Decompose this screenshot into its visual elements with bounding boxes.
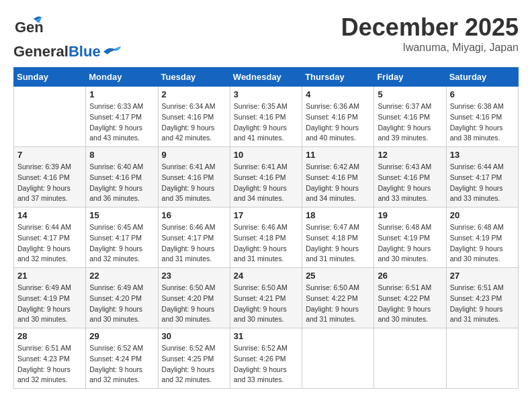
day-info: Sunrise: 6:43 AMSunset: 4:16 PMDaylight:…: [378, 162, 442, 204]
day-info: Sunrise: 6:47 AMSunset: 4:18 PMDaylight:…: [306, 222, 370, 265]
day-number: 15: [89, 210, 154, 220]
title-section: December 2025 Iwanuma, Miyagi, Japan: [341, 13, 519, 54]
calendar-cell: 1Sunrise: 6:33 AMSunset: 4:17 PMDaylight…: [86, 87, 158, 147]
weekday-header: Friday: [374, 68, 446, 87]
day-info: Sunrise: 6:44 AMSunset: 4:17 PMDaylight:…: [17, 222, 82, 265]
weekday-header: Tuesday: [158, 68, 230, 87]
calendar-cell: 14Sunrise: 6:44 AMSunset: 4:17 PMDayligh…: [14, 208, 86, 268]
day-info: Sunrise: 6:51 AMSunset: 4:22 PMDaylight:…: [378, 283, 442, 325]
day-number: 3: [234, 89, 298, 99]
logo-bird-icon: [103, 45, 124, 58]
day-number: 26: [378, 271, 442, 281]
day-info: Sunrise: 6:41 AMSunset: 4:16 PMDaylight:…: [234, 162, 298, 204]
calendar-cell: 28Sunrise: 6:51 AMSunset: 4:23 PMDayligh…: [14, 328, 86, 389]
logo-general: General: [13, 43, 69, 60]
calendar-cell: 29Sunrise: 6:52 AMSunset: 4:24 PMDayligh…: [86, 328, 158, 389]
day-info: Sunrise: 6:38 AMSunset: 4:16 PMDaylight:…: [450, 101, 515, 144]
day-number: 2: [162, 89, 226, 99]
calendar-cell: 12Sunrise: 6:43 AMSunset: 4:16 PMDayligh…: [374, 147, 446, 208]
page-header: General General Blue December 2025 Iwanu…: [13, 13, 519, 60]
day-info: Sunrise: 6:51 AMSunset: 4:23 PMDaylight:…: [450, 283, 515, 325]
calendar-cell: 3Sunrise: 6:35 AMSunset: 4:16 PMDaylight…: [230, 87, 302, 147]
day-number: 28: [17, 331, 82, 341]
weekday-header: Sunday: [14, 68, 86, 87]
calendar-week-row: 1Sunrise: 6:33 AMSunset: 4:17 PMDaylight…: [14, 87, 519, 147]
calendar-cell: 11Sunrise: 6:42 AMSunset: 4:16 PMDayligh…: [302, 147, 374, 208]
day-info: Sunrise: 6:41 AMSunset: 4:16 PMDaylight:…: [162, 162, 226, 204]
calendar-table: SundayMondayTuesdayWednesdayThursdayFrid…: [13, 67, 519, 389]
calendar-week-row: 21Sunrise: 6:49 AMSunset: 4:19 PMDayligh…: [14, 268, 519, 328]
day-number: 24: [234, 271, 298, 281]
day-info: Sunrise: 6:35 AMSunset: 4:16 PMDaylight:…: [234, 101, 298, 144]
calendar-cell: [14, 87, 86, 147]
day-info: Sunrise: 6:51 AMSunset: 4:23 PMDaylight:…: [17, 343, 82, 385]
day-info: Sunrise: 6:49 AMSunset: 4:19 PMDaylight:…: [17, 283, 82, 325]
calendar-cell: 22Sunrise: 6:49 AMSunset: 4:20 PMDayligh…: [86, 268, 158, 328]
weekday-header: Wednesday: [230, 68, 302, 87]
day-number: 23: [162, 271, 226, 281]
calendar-cell: 23Sunrise: 6:50 AMSunset: 4:20 PMDayligh…: [158, 268, 230, 328]
day-number: 18: [306, 210, 370, 220]
month-title: December 2025: [341, 13, 519, 42]
day-info: Sunrise: 6:34 AMSunset: 4:16 PMDaylight:…: [162, 101, 226, 144]
day-info: Sunrise: 6:52 AMSunset: 4:26 PMDaylight:…: [234, 343, 298, 385]
logo: General General Blue: [13, 13, 124, 60]
calendar-header-row: SundayMondayTuesdayWednesdayThursdayFrid…: [14, 68, 519, 87]
calendar-cell: 10Sunrise: 6:41 AMSunset: 4:16 PMDayligh…: [230, 147, 302, 208]
calendar-week-row: 14Sunrise: 6:44 AMSunset: 4:17 PMDayligh…: [14, 208, 519, 268]
calendar-cell: 25Sunrise: 6:50 AMSunset: 4:22 PMDayligh…: [302, 268, 374, 328]
day-info: Sunrise: 6:50 AMSunset: 4:22 PMDaylight:…: [306, 283, 370, 325]
calendar-cell: [446, 328, 518, 389]
calendar-cell: 17Sunrise: 6:46 AMSunset: 4:18 PMDayligh…: [230, 208, 302, 268]
day-number: 11: [306, 150, 370, 160]
calendar-cell: 26Sunrise: 6:51 AMSunset: 4:22 PMDayligh…: [374, 268, 446, 328]
day-number: 30: [162, 331, 226, 341]
day-number: 10: [234, 150, 298, 160]
calendar-cell: 5Sunrise: 6:37 AMSunset: 4:16 PMDaylight…: [374, 87, 446, 147]
day-number: 19: [378, 210, 442, 220]
day-info: Sunrise: 6:48 AMSunset: 4:19 PMDaylight:…: [450, 222, 515, 265]
day-number: 31: [234, 331, 298, 341]
calendar-cell: 8Sunrise: 6:40 AMSunset: 4:16 PMDaylight…: [86, 147, 158, 208]
day-info: Sunrise: 6:42 AMSunset: 4:16 PMDaylight:…: [306, 162, 370, 204]
calendar-cell: 31Sunrise: 6:52 AMSunset: 4:26 PMDayligh…: [230, 328, 302, 389]
day-info: Sunrise: 6:52 AMSunset: 4:24 PMDaylight:…: [89, 343, 154, 385]
calendar-week-row: 28Sunrise: 6:51 AMSunset: 4:23 PMDayligh…: [14, 328, 519, 389]
day-info: Sunrise: 6:50 AMSunset: 4:21 PMDaylight:…: [234, 283, 298, 325]
day-number: 9: [162, 150, 226, 160]
day-info: Sunrise: 6:40 AMSunset: 4:16 PMDaylight:…: [89, 162, 154, 204]
day-number: 6: [450, 89, 515, 99]
day-number: 13: [450, 150, 515, 160]
day-number: 27: [450, 271, 515, 281]
calendar-cell: 21Sunrise: 6:49 AMSunset: 4:19 PMDayligh…: [14, 268, 86, 328]
location: Iwanuma, Miyagi, Japan: [341, 42, 519, 54]
day-info: Sunrise: 6:33 AMSunset: 4:17 PMDaylight:…: [89, 101, 154, 144]
day-number: 1: [89, 89, 154, 99]
day-number: 25: [306, 271, 370, 281]
calendar-cell: 4Sunrise: 6:36 AMSunset: 4:16 PMDaylight…: [302, 87, 374, 147]
day-info: Sunrise: 6:45 AMSunset: 4:17 PMDaylight:…: [89, 222, 154, 265]
day-number: 20: [450, 210, 515, 220]
calendar-cell: 16Sunrise: 6:46 AMSunset: 4:17 PMDayligh…: [158, 208, 230, 268]
calendar-cell: 7Sunrise: 6:39 AMSunset: 4:16 PMDaylight…: [14, 147, 86, 208]
calendar-cell: [374, 328, 446, 389]
weekday-header: Thursday: [302, 68, 374, 87]
day-number: 8: [89, 150, 154, 160]
calendar-cell: 15Sunrise: 6:45 AMSunset: 4:17 PMDayligh…: [86, 208, 158, 268]
day-number: 5: [378, 89, 442, 99]
calendar-cell: 24Sunrise: 6:50 AMSunset: 4:21 PMDayligh…: [230, 268, 302, 328]
day-info: Sunrise: 6:48 AMSunset: 4:19 PMDaylight:…: [378, 222, 442, 265]
day-info: Sunrise: 6:44 AMSunset: 4:17 PMDaylight:…: [450, 162, 515, 204]
calendar-cell: 13Sunrise: 6:44 AMSunset: 4:17 PMDayligh…: [446, 147, 518, 208]
day-info: Sunrise: 6:36 AMSunset: 4:16 PMDaylight:…: [306, 101, 370, 144]
calendar-cell: 30Sunrise: 6:52 AMSunset: 4:25 PMDayligh…: [158, 328, 230, 389]
logo-blue: Blue: [69, 43, 101, 60]
calendar-cell: 6Sunrise: 6:38 AMSunset: 4:16 PMDaylight…: [446, 87, 518, 147]
day-number: 21: [17, 271, 82, 281]
day-number: 16: [162, 210, 226, 220]
calendar-cell: 27Sunrise: 6:51 AMSunset: 4:23 PMDayligh…: [446, 268, 518, 328]
logo-icon: General: [13, 13, 43, 43]
day-info: Sunrise: 6:50 AMSunset: 4:20 PMDaylight:…: [162, 283, 226, 325]
calendar-cell: 2Sunrise: 6:34 AMSunset: 4:16 PMDaylight…: [158, 87, 230, 147]
day-info: Sunrise: 6:49 AMSunset: 4:20 PMDaylight:…: [89, 283, 154, 325]
